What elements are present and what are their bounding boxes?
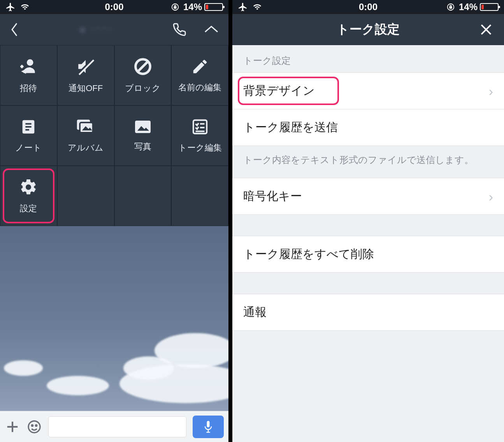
svg-point-2 xyxy=(27,59,33,66)
tile-notify-off[interactable]: 通知OFF xyxy=(57,45,114,105)
tile-invite[interactable]: 招待 xyxy=(0,45,57,105)
action-grid: 招待 通知OFF ブロック 名前の編集 xyxy=(0,45,228,226)
svg-point-23 xyxy=(28,421,40,433)
tile-block[interactable]: ブロック xyxy=(114,45,172,105)
svg-point-24 xyxy=(32,425,33,426)
row-background-design[interactable]: 背景デザイン › xyxy=(232,72,504,109)
battery-pct: 14% xyxy=(459,2,478,12)
orientation-lock-icon xyxy=(171,3,179,11)
emoji-button[interactable] xyxy=(26,419,42,435)
message-input-bar xyxy=(0,411,228,442)
row-label: トーク履歴をすべて削除 xyxy=(243,246,374,262)
tile-label: 通知OFF xyxy=(68,82,103,94)
wifi-icon xyxy=(19,3,30,11)
album-icon xyxy=(76,118,96,136)
plus-button[interactable] xyxy=(5,419,20,435)
status-time: 0:00 xyxy=(359,2,378,12)
chat-background xyxy=(0,226,228,411)
photo-icon xyxy=(133,119,152,135)
tile-label: 名前の編集 xyxy=(178,82,221,93)
tile-label: ブロック xyxy=(125,82,161,94)
airplane-icon xyxy=(5,2,16,12)
close-button[interactable] xyxy=(479,23,493,37)
call-button[interactable] xyxy=(172,23,186,37)
battery-icon xyxy=(204,3,223,11)
row-delete-all-history[interactable]: トーク履歴をすべて削除 xyxy=(232,236,504,273)
voice-button[interactable] xyxy=(193,416,224,438)
svg-rect-1 xyxy=(174,7,176,9)
back-button[interactable] xyxy=(9,21,19,38)
row-encryption-key[interactable]: 暗号化キー › xyxy=(232,178,504,215)
tile-label: 設定 xyxy=(20,203,37,214)
svg-rect-30 xyxy=(450,7,452,9)
tile-settings[interactable]: 設定 xyxy=(0,166,57,226)
note-icon xyxy=(19,118,37,136)
svg-line-7 xyxy=(137,61,148,72)
row-send-history[interactable]: トーク履歴を送信 xyxy=(232,109,504,146)
airplane-icon xyxy=(238,2,248,12)
block-icon xyxy=(133,57,153,76)
settings-title: トーク設定 xyxy=(337,21,400,38)
svg-rect-15 xyxy=(135,121,151,133)
tile-label: ノート xyxy=(15,142,42,154)
tile-label: トーク編集 xyxy=(178,142,222,154)
row-report[interactable]: 通報 xyxy=(232,294,504,331)
pencil-icon xyxy=(191,58,209,75)
orientation-lock-icon xyxy=(446,3,455,11)
chat-title-blurred: ● ････ xyxy=(79,23,113,36)
tile-note[interactable]: ノート xyxy=(0,105,57,166)
row-description: トーク内容をテキスト形式のファイルで送信します。 xyxy=(232,146,504,178)
checklist-icon xyxy=(191,118,209,136)
chevron-right-icon: › xyxy=(489,190,493,203)
tile-empty xyxy=(57,166,114,226)
row-label: 暗号化キー xyxy=(243,188,302,204)
status-time: 0:00 xyxy=(105,2,123,12)
gear-icon xyxy=(19,178,38,196)
mute-icon xyxy=(76,57,95,76)
status-bar: 0:00 14% xyxy=(232,0,504,14)
svg-marker-3 xyxy=(21,69,26,74)
chevron-right-icon: › xyxy=(489,84,493,98)
svg-rect-26 xyxy=(207,421,210,427)
svg-point-25 xyxy=(35,425,37,426)
message-input[interactable] xyxy=(48,416,186,437)
row-label: 背景デザイン xyxy=(243,83,315,99)
status-bar: 0:00 14% xyxy=(0,0,228,14)
collapse-button[interactable] xyxy=(204,25,219,34)
chat-header: ● ････ xyxy=(0,14,228,45)
tile-photo[interactable]: 写真 xyxy=(114,105,172,166)
tile-talk-edit[interactable]: トーク編集 xyxy=(171,105,228,166)
tile-label: 招待 xyxy=(20,82,37,94)
tile-label: アルバム xyxy=(68,142,104,154)
tile-album[interactable]: アルバム xyxy=(57,105,114,166)
section-label: トーク設定 xyxy=(232,45,504,72)
settings-header: トーク設定 xyxy=(232,14,504,45)
battery-icon xyxy=(480,3,499,11)
row-label: 通報 xyxy=(243,304,267,320)
tile-edit-name[interactable]: 名前の編集 xyxy=(171,45,228,105)
wifi-icon xyxy=(252,3,263,11)
tile-label: 写真 xyxy=(134,141,151,153)
tile-empty xyxy=(114,166,172,226)
tile-empty xyxy=(171,166,228,226)
row-label: トーク履歴を送信 xyxy=(243,119,338,135)
battery-pct: 14% xyxy=(183,2,202,12)
invite-icon xyxy=(19,57,38,76)
